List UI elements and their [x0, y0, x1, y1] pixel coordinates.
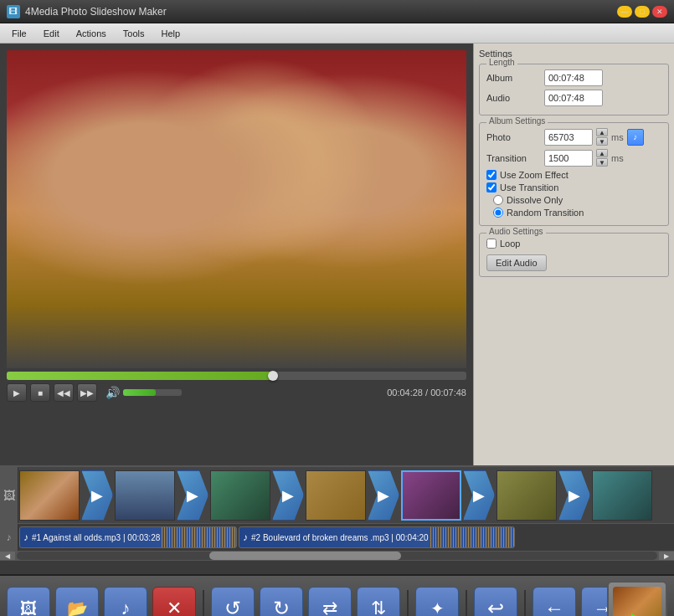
scroll-track[interactable]: [17, 552, 657, 560]
open-project-button[interactable]: 📂: [55, 587, 99, 616]
seekbar[interactable]: [7, 372, 466, 380]
app-icon: 🎞: [7, 5, 20, 18]
add-photo-button[interactable]: 🖼 +: [7, 587, 50, 616]
audio-icon-2: ♪: [243, 531, 248, 543]
photo-thumb-4[interactable]: [306, 470, 366, 521]
audio-icon-1: ♪: [23, 531, 28, 543]
prev-button[interactable]: ◀◀: [54, 383, 74, 402]
transition-value-input[interactable]: [544, 150, 593, 167]
transition-3[interactable]: ▶: [272, 470, 304, 521]
scroll-right-button[interactable]: ▶: [659, 552, 674, 560]
use-transition-row: Use Transition: [486, 182, 661, 192]
photo-spin-up[interactable]: ▲: [596, 128, 608, 136]
audio-track-1[interactable]: ♪ #1 Against all odds.mp3 | 00:03:28: [19, 526, 237, 548]
menubar: File Edit Actions Tools Help: [0, 23, 674, 44]
transition-spin-up[interactable]: ▲: [596, 149, 608, 157]
scroll-left-button[interactable]: ◀: [0, 552, 15, 560]
undo-button[interactable]: ↩: [474, 587, 517, 616]
photo-spin-down[interactable]: ▼: [596, 137, 608, 146]
photo-setting-row: Photo ▲ ▼ ms ♪: [486, 128, 661, 146]
audio-timeline: ♪ ♪ #1 Against all odds.mp3 | 00:03:28 ♪…: [0, 524, 674, 551]
menu-file[interactable]: File: [3, 26, 35, 41]
toolbar-separator-4: [524, 590, 526, 616]
transition-4[interactable]: ▶: [368, 470, 399, 521]
random-transition-radio[interactable]: [493, 208, 503, 218]
photo-thumb-7[interactable]: [592, 470, 652, 521]
scroll-thumb[interactable]: [209, 552, 402, 560]
open-icon: 📂: [67, 598, 88, 616]
length-legend: Length: [486, 58, 517, 67]
edit-audio-button[interactable]: Edit Audio: [486, 254, 547, 271]
add-photo-icon: 🖼: [20, 599, 37, 617]
minimize-button[interactable]: —: [617, 6, 632, 18]
loop-checkbox[interactable]: [486, 239, 496, 249]
random-transition-label: Random Transition: [507, 208, 584, 218]
photo-thumb-5[interactable]: [401, 470, 461, 521]
zoom-effect-label: Use Zoom Effect: [500, 170, 569, 180]
menu-help[interactable]: Help: [152, 26, 188, 41]
photo-track-icon: 🖼: [0, 467, 18, 524]
photo-thumb-1[interactable]: [19, 470, 80, 521]
rotate-left-icon: ↺: [224, 597, 241, 616]
volume-fill: [123, 389, 156, 396]
audio-label-1: #1 Against all odds.mp3 | 00:03:28: [32, 533, 160, 542]
output-btn-inner: ▶: [613, 587, 661, 616]
app-title: 4Media Photo Slideshow Maker: [25, 6, 615, 18]
audio-value-input[interactable]: [544, 90, 603, 106]
transition-5[interactable]: ▶: [463, 470, 495, 521]
video-preview: [7, 50, 466, 368]
volume-icon: 🔊: [105, 386, 120, 399]
transition-2[interactable]: ▶: [177, 470, 208, 521]
dissolve-only-radio[interactable]: [493, 195, 503, 205]
photo-thumb-6[interactable]: [496, 470, 557, 521]
effects-button[interactable]: ✦: [415, 587, 459, 616]
toolbar-separator-1: [203, 590, 204, 616]
photo-setting-label: Photo: [486, 132, 541, 142]
menu-actions[interactable]: Actions: [68, 26, 115, 41]
next-button[interactable]: ▶▶: [77, 383, 97, 402]
rotate-right-button[interactable]: ↻: [260, 587, 303, 616]
transition-spin-down[interactable]: ▼: [596, 158, 608, 167]
transition-label: Transition: [486, 153, 541, 163]
flip-h-button[interactable]: ⇄: [308, 587, 352, 616]
album-length-row: Album: [486, 69, 661, 86]
volume-slider[interactable]: [123, 389, 182, 396]
output-button[interactable]: ▶: [607, 581, 667, 616]
timeline-area: 🖼 ▶ ▶ ▶ ▶ ▶ ▶ ♪ ♪ #1 Against all odds.mp…: [0, 465, 674, 574]
zoom-effect-checkbox[interactable]: [486, 170, 496, 180]
move-left-button[interactable]: ←: [533, 587, 576, 616]
audio-track-2[interactable]: ♪ #2 Boulevard of broken dreams .mp3 | 0…: [239, 526, 515, 548]
add-music-button[interactable]: ♪ +: [104, 587, 147, 616]
stop-button[interactable]: ■: [30, 383, 50, 402]
maximize-button[interactable]: □: [635, 6, 650, 18]
menu-edit[interactable]: Edit: [35, 26, 68, 41]
transition-setting-row: Transition ▲ ▼ ms: [486, 149, 661, 167]
rotate-left-button[interactable]: ↺: [211, 587, 255, 616]
timeline-scrollbar[interactable]: ◀ ▶: [0, 551, 674, 561]
album-value-input[interactable]: [544, 69, 603, 86]
audio-label-2: #2 Boulevard of broken dreams .mp3 | 00:…: [251, 533, 429, 542]
audio-settings-legend: Audio Settings: [486, 227, 546, 236]
play-button[interactable]: ▶: [7, 383, 27, 402]
photo-thumb-2[interactable]: [115, 470, 175, 521]
toolbar-separator-3: [466, 590, 467, 616]
undo-icon: ↩: [487, 597, 504, 616]
move-left-icon: ←: [544, 597, 564, 616]
menu-tools[interactable]: Tools: [115, 26, 153, 41]
close-button[interactable]: ✕: [652, 6, 667, 18]
flip-v-button[interactable]: ⇅: [357, 587, 400, 616]
seekbar-thumb[interactable]: [268, 371, 278, 381]
photo-unit: ms: [611, 132, 624, 142]
photo-timeline: 🖼 ▶ ▶ ▶ ▶ ▶ ▶: [0, 467, 674, 524]
photo-value-input[interactable]: [544, 129, 593, 146]
seekbar-progress: [7, 372, 273, 380]
music-sync-button[interactable]: ♪: [627, 129, 644, 146]
transition-unit: ms: [611, 153, 624, 163]
loop-row: Loop: [486, 239, 661, 249]
transition-1[interactable]: ▶: [81, 470, 113, 521]
photo-thumb-3[interactable]: [210, 470, 270, 521]
transition-6[interactable]: ▶: [558, 470, 590, 521]
use-transition-checkbox[interactable]: [486, 182, 496, 192]
settings-panel: Settings Length Album Audio Album Settin…: [473, 44, 674, 465]
delete-button[interactable]: ✕: [152, 587, 196, 616]
